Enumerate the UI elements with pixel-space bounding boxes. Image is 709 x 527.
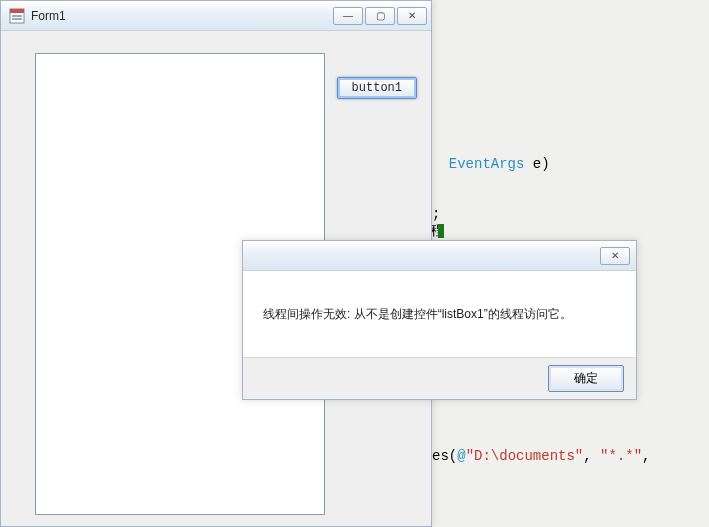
svg-rect-2 bbox=[12, 15, 22, 17]
code-token: , bbox=[642, 448, 650, 464]
maximize-button[interactable]: ▢ bbox=[365, 7, 395, 25]
code-token: , bbox=[583, 448, 600, 464]
code-fragment: es(@"D:\documents", "*.*", bbox=[432, 448, 650, 464]
svg-rect-1 bbox=[10, 9, 24, 13]
minimize-button[interactable]: — bbox=[333, 7, 363, 25]
code-token-string: "*.*" bbox=[600, 448, 642, 464]
svg-rect-3 bbox=[12, 18, 22, 20]
dialog-close-button[interactable]: ✕ bbox=[600, 247, 630, 265]
error-dialog: ✕ 线程间操作无效: 从不是创建控件“listBox1”的线程访问它。 确定 bbox=[242, 240, 637, 400]
app-icon bbox=[9, 8, 25, 24]
window-buttons: — ▢ ✕ bbox=[331, 7, 427, 25]
code-fragment: EventArgs e) bbox=[432, 156, 550, 172]
titlebar[interactable]: Form1 — ▢ ✕ bbox=[1, 1, 431, 31]
button1[interactable]: button1 bbox=[337, 77, 417, 99]
code-token: e) bbox=[524, 156, 549, 172]
dialog-message: 线程间操作无效: 从不是创建控件“listBox1”的线程访问它。 bbox=[243, 271, 636, 357]
ok-button[interactable]: 确定 bbox=[548, 365, 624, 392]
close-button[interactable]: ✕ bbox=[397, 7, 427, 25]
code-fragment: ; bbox=[432, 206, 440, 222]
dialog-button-bar: 确定 bbox=[243, 357, 636, 399]
dialog-titlebar[interactable]: ✕ bbox=[243, 241, 636, 271]
text-caret bbox=[438, 224, 444, 238]
code-token-at: @ bbox=[457, 448, 465, 464]
window-title: Form1 bbox=[31, 9, 331, 23]
code-token-type: EventArgs bbox=[449, 156, 525, 172]
dialog-client: 线程间操作无效: 从不是创建控件“listBox1”的线程访问它。 确定 bbox=[243, 271, 636, 399]
code-token: es( bbox=[432, 448, 457, 464]
code-token-string: "D:\documents" bbox=[466, 448, 584, 464]
